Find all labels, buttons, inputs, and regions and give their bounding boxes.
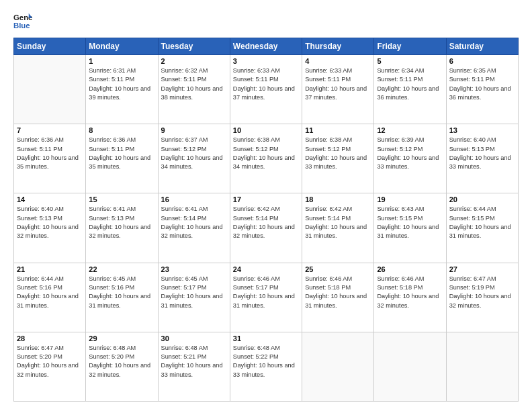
sun-info: Sunrise: 6:46 AMSunset: 5:18 PMDaylight:… — [377, 275, 443, 310]
day-number: 26 — [377, 265, 443, 273]
col-header-friday: Friday — [374, 38, 446, 55]
day-number: 24 — [233, 265, 299, 273]
day-number: 7 — [17, 126, 83, 134]
calendar-cell — [302, 332, 374, 401]
calendar-cell: 26Sunrise: 6:46 AMSunset: 5:18 PMDayligh… — [374, 263, 446, 332]
calendar-week-row: 14Sunrise: 6:40 AMSunset: 5:13 PMDayligh… — [14, 193, 519, 263]
calendar-table: SundayMondayTuesdayWednesdayThursdayFrid… — [13, 38, 519, 402]
calendar-cell: 16Sunrise: 6:41 AMSunset: 5:14 PMDayligh… — [158, 193, 230, 263]
header: General Blue — [13, 12, 519, 31]
day-number: 14 — [17, 195, 83, 203]
calendar-cell: 3Sunrise: 6:33 AMSunset: 5:11 PMDaylight… — [230, 55, 302, 124]
sun-info: Sunrise: 6:45 AMSunset: 5:17 PMDaylight:… — [161, 275, 227, 310]
calendar-cell: 22Sunrise: 6:45 AMSunset: 5:16 PMDayligh… — [86, 263, 158, 332]
calendar-cell — [374, 332, 446, 401]
sun-info: Sunrise: 6:38 AMSunset: 5:12 PMDaylight:… — [305, 136, 371, 171]
day-number: 22 — [89, 265, 154, 273]
sun-info: Sunrise: 6:48 AMSunset: 5:22 PMDaylight:… — [233, 344, 299, 379]
sun-info: Sunrise: 6:40 AMSunset: 5:13 PMDaylight:… — [449, 136, 515, 171]
calendar-cell: 24Sunrise: 6:46 AMSunset: 5:17 PMDayligh… — [230, 263, 302, 332]
day-number: 2 — [161, 57, 227, 65]
sun-info: Sunrise: 6:48 AMSunset: 5:20 PMDaylight:… — [89, 344, 154, 379]
day-number: 20 — [449, 195, 515, 203]
calendar-cell: 5Sunrise: 6:34 AMSunset: 5:11 PMDaylight… — [374, 55, 446, 124]
sun-info: Sunrise: 6:44 AMSunset: 5:16 PMDaylight:… — [17, 275, 83, 310]
sun-info: Sunrise: 6:36 AMSunset: 5:11 PMDaylight:… — [17, 136, 83, 171]
calendar-cell: 28Sunrise: 6:47 AMSunset: 5:20 PMDayligh… — [14, 332, 86, 401]
calendar-cell: 6Sunrise: 6:35 AMSunset: 5:11 PMDaylight… — [446, 55, 518, 124]
day-number: 31 — [233, 334, 299, 342]
calendar-cell: 17Sunrise: 6:42 AMSunset: 5:14 PMDayligh… — [230, 193, 302, 263]
day-number: 12 — [377, 126, 443, 134]
day-number: 10 — [233, 126, 299, 134]
day-number: 4 — [305, 57, 371, 65]
sun-info: Sunrise: 6:33 AMSunset: 5:11 PMDaylight:… — [305, 66, 371, 102]
calendar-cell: 9Sunrise: 6:37 AMSunset: 5:12 PMDaylight… — [158, 124, 230, 193]
sun-info: Sunrise: 6:48 AMSunset: 5:21 PMDaylight:… — [161, 344, 227, 379]
day-number: 27 — [449, 265, 515, 273]
calendar-cell: 19Sunrise: 6:43 AMSunset: 5:15 PMDayligh… — [374, 193, 446, 263]
calendar-cell: 7Sunrise: 6:36 AMSunset: 5:11 PMDaylight… — [14, 124, 86, 193]
day-number: 1 — [89, 57, 154, 65]
sun-info: Sunrise: 6:47 AMSunset: 5:19 PMDaylight:… — [449, 275, 515, 310]
sun-info: Sunrise: 6:47 AMSunset: 5:20 PMDaylight:… — [17, 344, 83, 379]
calendar-cell: 25Sunrise: 6:46 AMSunset: 5:18 PMDayligh… — [302, 263, 374, 332]
col-header-tuesday: Tuesday — [158, 38, 230, 55]
sun-info: Sunrise: 6:41 AMSunset: 5:13 PMDaylight:… — [89, 205, 154, 240]
calendar-cell: 1Sunrise: 6:31 AMSunset: 5:11 PMDaylight… — [86, 55, 158, 124]
calendar-cell: 31Sunrise: 6:48 AMSunset: 5:22 PMDayligh… — [230, 332, 302, 401]
sun-info: Sunrise: 6:35 AMSunset: 5:11 PMDaylight:… — [449, 66, 515, 102]
calendar-week-row: 7Sunrise: 6:36 AMSunset: 5:11 PMDaylight… — [14, 124, 519, 193]
sun-info: Sunrise: 6:36 AMSunset: 5:11 PMDaylight:… — [89, 136, 154, 171]
calendar-cell: 18Sunrise: 6:42 AMSunset: 5:14 PMDayligh… — [302, 193, 374, 263]
day-number: 25 — [305, 265, 371, 273]
sun-info: Sunrise: 6:33 AMSunset: 5:11 PMDaylight:… — [233, 66, 299, 102]
day-number: 6 — [449, 57, 515, 65]
day-number: 16 — [161, 195, 227, 203]
svg-text:Blue: Blue — [13, 21, 30, 30]
day-number: 29 — [89, 334, 154, 342]
sun-info: Sunrise: 6:42 AMSunset: 5:14 PMDaylight:… — [233, 205, 299, 240]
sun-info: Sunrise: 6:37 AMSunset: 5:12 PMDaylight:… — [161, 136, 227, 171]
sun-info: Sunrise: 6:45 AMSunset: 5:16 PMDaylight:… — [89, 275, 154, 310]
day-number: 5 — [377, 57, 443, 65]
sun-info: Sunrise: 6:38 AMSunset: 5:12 PMDaylight:… — [233, 136, 299, 171]
calendar-cell: 2Sunrise: 6:32 AMSunset: 5:11 PMDaylight… — [158, 55, 230, 124]
col-header-thursday: Thursday — [302, 38, 374, 55]
calendar-week-row: 28Sunrise: 6:47 AMSunset: 5:20 PMDayligh… — [14, 332, 519, 401]
col-header-sunday: Sunday — [14, 38, 86, 55]
day-number: 30 — [161, 334, 227, 342]
calendar-cell — [14, 55, 86, 124]
day-number: 23 — [161, 265, 227, 273]
sun-info: Sunrise: 6:44 AMSunset: 5:15 PMDaylight:… — [449, 205, 515, 240]
calendar-header-row: SundayMondayTuesdayWednesdayThursdayFrid… — [14, 38, 519, 55]
calendar-cell: 11Sunrise: 6:38 AMSunset: 5:12 PMDayligh… — [302, 124, 374, 193]
day-number: 15 — [89, 195, 154, 203]
sun-info: Sunrise: 6:46 AMSunset: 5:17 PMDaylight:… — [233, 275, 299, 310]
page: General Blue SundayMondayTuesdayWednesda… — [0, 0, 532, 411]
calendar-cell: 29Sunrise: 6:48 AMSunset: 5:20 PMDayligh… — [86, 332, 158, 401]
calendar-cell: 27Sunrise: 6:47 AMSunset: 5:19 PMDayligh… — [446, 263, 518, 332]
day-number: 9 — [161, 126, 227, 134]
day-number: 11 — [305, 126, 371, 134]
col-header-saturday: Saturday — [446, 38, 518, 55]
sun-info: Sunrise: 6:40 AMSunset: 5:13 PMDaylight:… — [17, 205, 83, 240]
calendar-cell: 10Sunrise: 6:38 AMSunset: 5:12 PMDayligh… — [230, 124, 302, 193]
day-number: 3 — [233, 57, 299, 65]
day-number: 19 — [377, 195, 443, 203]
calendar-cell: 13Sunrise: 6:40 AMSunset: 5:13 PMDayligh… — [446, 124, 518, 193]
day-number: 8 — [89, 126, 154, 134]
sun-info: Sunrise: 6:34 AMSunset: 5:11 PMDaylight:… — [377, 66, 443, 102]
col-header-monday: Monday — [86, 38, 158, 55]
sun-info: Sunrise: 6:42 AMSunset: 5:14 PMDaylight:… — [305, 205, 371, 240]
day-number: 28 — [17, 334, 83, 342]
logo: General Blue — [13, 12, 32, 31]
calendar-cell: 4Sunrise: 6:33 AMSunset: 5:11 PMDaylight… — [302, 55, 374, 124]
calendar-week-row: 1Sunrise: 6:31 AMSunset: 5:11 PMDaylight… — [14, 55, 519, 124]
day-number: 21 — [17, 265, 83, 273]
sun-info: Sunrise: 6:46 AMSunset: 5:18 PMDaylight:… — [305, 275, 371, 310]
day-number: 18 — [305, 195, 371, 203]
calendar-cell: 12Sunrise: 6:39 AMSunset: 5:12 PMDayligh… — [374, 124, 446, 193]
calendar-cell: 8Sunrise: 6:36 AMSunset: 5:11 PMDaylight… — [86, 124, 158, 193]
day-number: 17 — [233, 195, 299, 203]
